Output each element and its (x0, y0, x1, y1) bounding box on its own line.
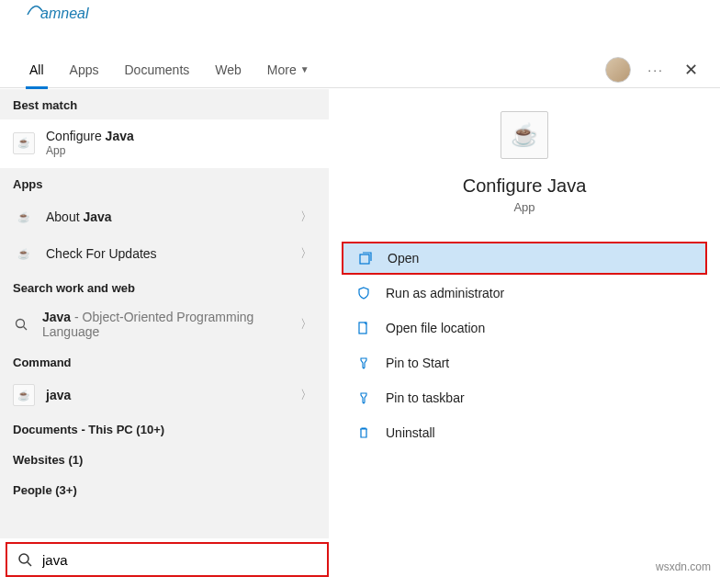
java-icon: ☕ (13, 384, 35, 406)
apps-item-about[interactable]: ☕ About Java 〉 (0, 198, 329, 235)
java-icon: ☕ (13, 243, 35, 265)
svg-point-0 (17, 320, 25, 328)
results-panel: Best match ☕ Configure Java App Apps ☕ A… (0, 89, 329, 538)
more-options-button[interactable]: ··· (647, 62, 664, 77)
tab-documents[interactable]: Documents (111, 51, 202, 88)
action-pin-start[interactable]: Pin to Start (342, 346, 707, 379)
detail-panel: ☕ Configure Java App Open Run as adminis… (329, 89, 720, 538)
section-people[interactable]: People (3+) (0, 474, 329, 504)
admin-icon (356, 287, 371, 300)
java-icon: ☕ (501, 111, 548, 159)
user-avatar[interactable] (605, 57, 631, 83)
svg-point-4 (19, 554, 28, 563)
chevron-down-icon: ▼ (300, 64, 309, 74)
section-documents[interactable]: Documents - This PC (10+) (0, 413, 329, 444)
logo: amneal (26, 6, 88, 22)
close-button[interactable]: ✕ (681, 56, 702, 84)
search-icon (7, 552, 42, 567)
svg-line-5 (28, 562, 31, 566)
action-pin-taskbar[interactable]: Pin to taskbar (342, 381, 707, 414)
search-bar[interactable] (6, 542, 329, 577)
result-text: Configure Java App (46, 129, 316, 157)
app-title: Configure Java (463, 175, 587, 197)
tabs-right: ··· ✕ (605, 56, 720, 84)
action-uninstall[interactable]: Uninstall (342, 416, 707, 449)
command-item-java[interactable]: ☕ java 〉 (0, 377, 329, 413)
open-icon (358, 252, 373, 265)
section-search-web: Search work and web (0, 272, 329, 302)
watermark: wsxdn.com (656, 560, 711, 573)
svg-line-1 (24, 327, 28, 331)
svg-rect-2 (360, 254, 369, 264)
section-command: Command (0, 346, 329, 377)
java-icon: ☕ (13, 132, 35, 154)
section-websites[interactable]: Websites (1) (0, 444, 329, 474)
section-apps: Apps (0, 168, 329, 198)
action-list: Open Run as administrator Open file loca… (329, 242, 720, 449)
chevron-right-icon: 〉 (297, 387, 316, 403)
action-run-admin[interactable]: Run as administrator (342, 277, 707, 310)
action-open[interactable]: Open (342, 242, 707, 275)
chevron-right-icon: 〉 (297, 316, 316, 333)
chevron-right-icon: 〉 (297, 245, 316, 262)
app-hero: ☕ Configure Java App (329, 111, 720, 214)
chevron-right-icon: 〉 (297, 209, 316, 225)
trash-icon (356, 426, 371, 439)
best-match-item[interactable]: ☕ Configure Java App (0, 119, 329, 168)
search-input[interactable] (42, 552, 327, 568)
apps-item-updates[interactable]: ☕ Check For Updates 〉 (0, 235, 329, 272)
pin-icon (356, 391, 371, 404)
pin-icon (356, 356, 371, 369)
java-icon: ☕ (13, 206, 35, 228)
action-open-location[interactable]: Open file location (342, 311, 707, 345)
tab-more[interactable]: More▼ (254, 51, 322, 88)
tab-apps[interactable]: Apps (57, 51, 112, 88)
tabs-row: All Apps Documents Web More▼ ··· ✕ (0, 51, 720, 88)
app-sub: App (513, 200, 534, 214)
search-icon (13, 316, 29, 333)
svg-rect-3 (359, 322, 366, 334)
folder-icon (356, 322, 371, 334)
web-item-java[interactable]: Java - Object-Oriented Programming Langu… (0, 302, 329, 346)
section-best-match: Best match (0, 89, 329, 119)
tab-web[interactable]: Web (202, 51, 254, 88)
logo-arc-icon (26, 4, 44, 17)
content-area: Best match ☕ Configure Java App Apps ☕ A… (0, 89, 720, 538)
logo-text: amneal (40, 6, 88, 21)
tab-all[interactable]: All (17, 51, 57, 88)
